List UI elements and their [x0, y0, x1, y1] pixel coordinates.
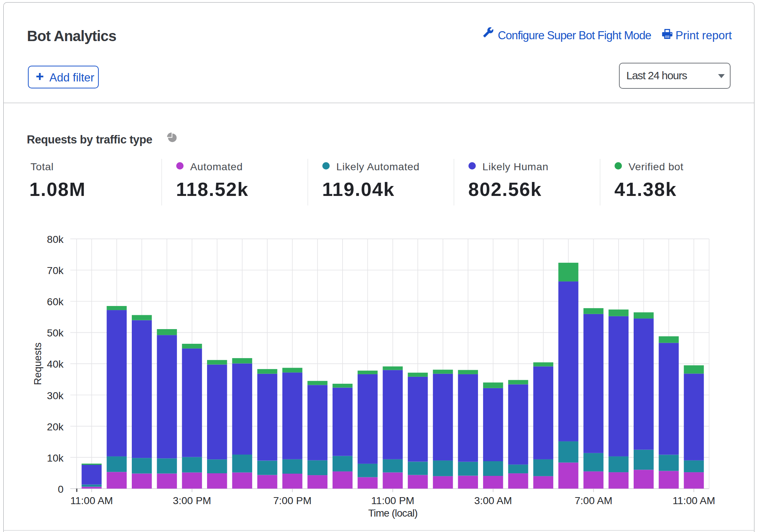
svg-text:30k: 30k — [47, 390, 64, 401]
svg-text:11:00 AM: 11:00 AM — [70, 495, 113, 506]
svg-text:60k: 60k — [47, 296, 64, 307]
svg-text:11:00 AM: 11:00 AM — [673, 495, 715, 506]
svg-text:3:00 PM: 3:00 PM — [173, 495, 211, 506]
svg-text:Requests: Requests — [32, 342, 43, 385]
svg-text:11:00 PM: 11:00 PM — [371, 495, 414, 506]
svg-text:50k: 50k — [47, 327, 64, 339]
svg-text:40k: 40k — [47, 358, 64, 370]
svg-text:10k: 10k — [47, 452, 64, 464]
svg-text:3:00 AM: 3:00 AM — [474, 495, 512, 506]
svg-text:7:00 AM: 7:00 AM — [575, 495, 612, 506]
svg-text:0: 0 — [58, 484, 64, 495]
svg-text:70k: 70k — [47, 265, 64, 276]
svg-text:7:00 PM: 7:00 PM — [273, 495, 311, 506]
svg-text:80k: 80k — [47, 234, 64, 245]
svg-text:Time (local): Time (local) — [368, 507, 417, 519]
svg-text:20k: 20k — [47, 421, 64, 433]
